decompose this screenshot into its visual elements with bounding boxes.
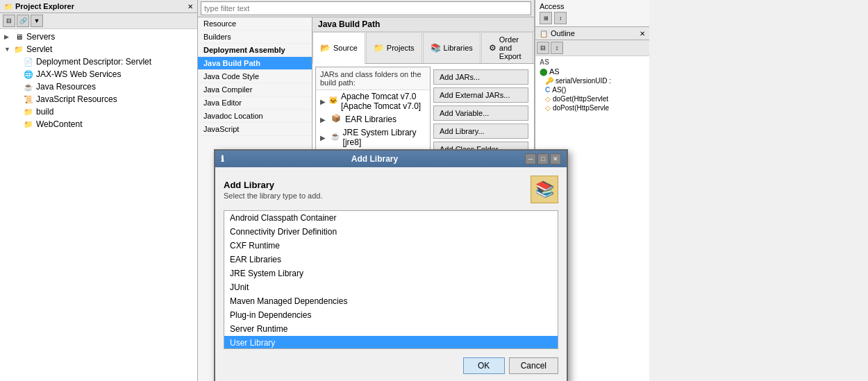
list-item-connectivity[interactable]: Connectivity Driver Definition (224, 225, 558, 239)
dialog-body: Add Library Select the library type to a… (215, 167, 567, 381)
list-item-android[interactable]: Android Classpath Container (224, 211, 558, 225)
dialog-footer: OK Cancel (224, 357, 558, 374)
list-item-ear[interactable]: EAR Libraries (224, 253, 558, 266)
list-item-plugin[interactable]: Plug-in Dependencies (224, 308, 558, 322)
ok-button[interactable]: OK (463, 357, 505, 374)
dialog-main-title: Add Library (224, 180, 322, 190)
library-type-list[interactable]: Android Classpath Container Connectivity… (224, 210, 558, 349)
dialog-minimize-button[interactable]: ─ (525, 153, 536, 164)
cancel-button[interactable]: Cancel (509, 357, 558, 374)
list-item-maven[interactable]: Maven Managed Dependencies (224, 294, 558, 308)
dialog-close-button[interactable]: ✕ (550, 153, 561, 164)
list-item-junit[interactable]: JUnit (224, 280, 558, 294)
dialog-overlay: ℹ Add Library ─ □ ✕ Add Library Select t… (0, 0, 868, 381)
list-item-jre[interactable]: JRE System Library (224, 266, 558, 280)
add-library-dialog: ℹ Add Library ─ □ ✕ Add Library Select t… (214, 149, 568, 381)
dialog-header-area: Add Library Select the library type to a… (224, 176, 558, 203)
dialog-maximize-button[interactable]: □ (537, 153, 549, 164)
list-item-user-library[interactable]: User Library (224, 336, 558, 349)
dialog-title-icon: ℹ (221, 154, 224, 164)
dialog-subtitle: Select the library type to add. (224, 192, 322, 200)
dialog-title-block: Add Library Select the library type to a… (224, 180, 322, 200)
titlebar-buttons: ─ □ ✕ (525, 153, 561, 164)
dialog-title-text: Add Library (351, 154, 398, 164)
list-item-cxf[interactable]: CXF Runtime (224, 239, 558, 253)
library-jar-icon: 📚 (535, 180, 554, 198)
dialog-titlebar: ℹ Add Library ─ □ ✕ (215, 151, 567, 167)
dialog-icon: 📚 (531, 176, 558, 203)
list-item-server[interactable]: Server Runtime (224, 322, 558, 336)
